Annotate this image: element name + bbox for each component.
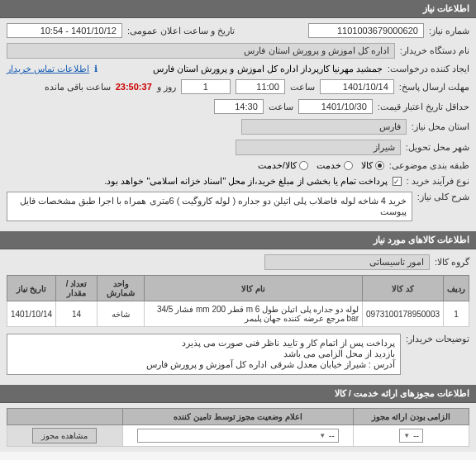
th-qty: تعداد / مقدار <box>56 276 98 301</box>
radio-goods-label: کالا <box>361 160 373 171</box>
label-public-date: تاریخ و ساعت اعلان عمومی: <box>127 26 235 36</box>
city-value: شیراز <box>236 140 401 155</box>
radio-goods-service-label: کالا/خدمت <box>258 160 297 171</box>
th-code: کد کالا <box>363 276 444 301</box>
need-number-value: 1101003679000620 <box>308 23 424 38</box>
label-buyer-org: نام دستگاه خریدار: <box>400 45 469 56</box>
creator-value: جمشید مهرنیا کارپرداز اداره کل اموزش و پ… <box>153 64 383 74</box>
label-need-desc: شرح کلی نیاز: <box>417 192 469 202</box>
label-classification: طبقه بندی موضوعی: <box>389 160 469 171</box>
public-date-value: 1401/10/12 - 10:54 <box>7 23 122 38</box>
th-permit-required: الزامی بودن ارائه مجوز <box>354 409 469 425</box>
th-name: نام کالا <box>145 276 363 301</box>
section-need-info: اطلاعات نیاز <box>0 0 476 18</box>
permit-status-select[interactable]: -- ▼ <box>137 429 338 443</box>
chevron-down-icon: ▼ <box>403 432 410 439</box>
label-need-location: استان محل نیاز: <box>412 121 469 132</box>
radio-goods[interactable] <box>375 161 384 170</box>
need-desc-value: خرید 4 شاخه لوله فاضلاب پلی اتیلن دو جدا… <box>7 192 412 221</box>
cell-date: 1401/10/14 <box>7 301 56 327</box>
goods-group-value: امور تاسیساتی <box>264 254 430 270</box>
radio-service-label: خدمت <box>317 160 341 171</box>
cell-qty: 14 <box>56 301 98 327</box>
days-left-value: 1 <box>181 79 231 94</box>
th-unit: واحد شمارش <box>98 276 145 301</box>
send-date-value: 1401/10/14 <box>320 79 394 94</box>
cell-row: 1 <box>444 301 469 327</box>
section-need-items: اطلاعات کالاهای مورد نیاز <box>0 231 476 249</box>
classification-radio-group: کالا خدمت کالا/خدمت <box>258 160 384 171</box>
permit-row: -- ▼ -- ▼ مشاهده مجوز <box>7 425 469 447</box>
label-hour-1: ساعت <box>290 82 315 92</box>
table-row[interactable]: 1 0973100178950003 لوله دو جداره پلی اتی… <box>7 301 469 327</box>
label-buy-process: نوع فرآیند خرید : <box>407 176 469 187</box>
label-day-and: روز و <box>157 82 176 92</box>
th-permit-status: اعلام وضعیت مجوز توسط تامین کننده <box>122 409 354 425</box>
buy-process-note: پرداخت تمام یا بخشی از مبلغ خرید،از محل … <box>104 176 388 187</box>
label-need-number: شماره نیاز: <box>429 26 469 36</box>
permits-table: الزامی بودن ارائه مجوز اعلام وضعیت مجوز … <box>7 408 469 447</box>
radio-service[interactable] <box>344 161 353 170</box>
th-date: تاریخ نیاز <box>7 276 56 301</box>
cell-unit: شاخه <box>98 301 145 327</box>
items-table: ردیف کد کالا نام کالا واحد شمارش تعداد /… <box>7 275 469 327</box>
countdown-value: 23:50:37 <box>116 82 152 92</box>
radio-goods-service[interactable] <box>299 161 308 170</box>
view-permit-button[interactable]: مشاهده مجوز <box>32 428 97 443</box>
send-time-value: 11:00 <box>236 79 285 94</box>
info-icon: ℹ <box>94 64 98 74</box>
th-row: ردیف <box>444 276 469 301</box>
chevron-down-icon: ▼ <box>319 432 326 439</box>
label-send-deadline: مهلت ارسال پاسخ: <box>399 82 469 92</box>
label-price-valid: حداقل تاریخ اعتبار قیمت: <box>378 102 469 112</box>
buyer-notes-value: پرداخت پس از اتمام کار و تایید ناظر فنی … <box>7 334 401 375</box>
permit-required-select[interactable]: -- ▼ <box>399 429 423 443</box>
province-value: فارس <box>241 119 407 135</box>
contact-info-link[interactable]: اطلاعات تماس خریدار <box>7 64 89 74</box>
price-date-value: 1401/10/30 <box>298 99 373 114</box>
label-buyer-notes: توضیحات خریدار: <box>406 334 469 344</box>
label-hour-2: ساعت <box>269 102 293 112</box>
label-remaining: ساعت باقی مانده <box>45 82 111 92</box>
section-permits: اطلاعات مجوزهای ارائه خدمت / کالا <box>0 385 476 403</box>
price-time-value: 14:30 <box>214 99 264 114</box>
buyer-org-value: اداره کل اموزش و پرورش استان فارس <box>7 43 395 59</box>
label-delivery-city: شهر محل تحویل: <box>406 142 469 153</box>
label-creator: ایجاد کننده درخواست: <box>388 64 469 74</box>
checkbox-buy-process[interactable] <box>393 177 402 186</box>
label-goods-group: گروه کالا: <box>435 257 469 268</box>
cell-name: لوله دو جداره پلی اتیلن طول m 6 قطر mm 2… <box>145 301 363 327</box>
cell-code: 0973100178950003 <box>363 301 444 327</box>
